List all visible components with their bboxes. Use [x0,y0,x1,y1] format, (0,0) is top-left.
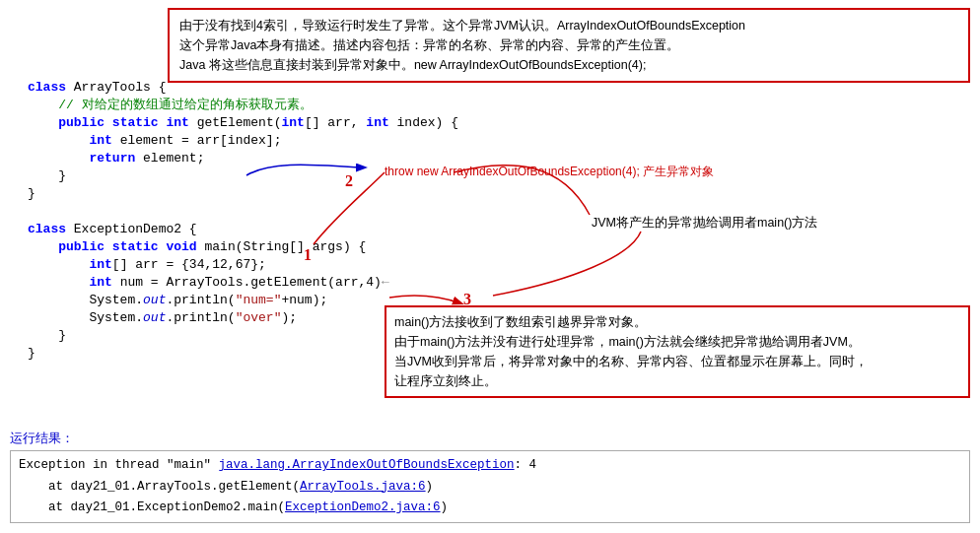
code-line-2: // 对给定的数组通过给定的角标获取元素。 [28,97,970,114]
output-line-2: at day21_01.ArrayTools.getElement(ArrayT… [19,477,961,498]
main-ann-line3: 当JVM收到异常后，将异常对象中的名称、异常内容、位置都显示在屏幕上。同时， [394,352,960,371]
output-exception-prefix: Exception in thread "main" [19,458,219,472]
code-line-8: class ExceptionDemo2 { [28,221,970,238]
main-ann-line2: 由于main()方法并没有进行处理异常，main()方法就会继续把异常抛给调用者… [394,332,960,352]
code-line-9: public static void main(String[] args) { [28,238,970,256]
output-at2-link[interactable]: ExceptionDemo2.java:6 [285,500,441,514]
top-annotation-box: 由于没有找到4索引，导致运行时发生了异常。这个异常JVM认识。ArrayInde… [168,8,970,83]
output-at2-suffix: ) [441,500,449,514]
top-annotation-line3: Java 将这些信息直接封装到异常对象中。new ArrayIndexOutOf… [179,55,958,75]
code-line-10: int[] arr = {34,12,67}; [28,256,970,274]
output-exception-link[interactable]: java.lang.ArrayIndexOutOfBoundsException [219,458,515,472]
code-line-blank [28,203,970,221]
output-at1-prefix: at day21_01.ArrayTools.getElement( [48,480,300,494]
output-at1-link[interactable]: ArrayTools.java:6 [300,480,426,494]
throw-annotation: throw new ArrayIndexOutOfBoundsException… [385,164,714,180]
output-label: 运行结果： [10,430,970,447]
output-line-3: at day21_01.ExceptionDemo2.main(Exceptio… [19,498,961,518]
main-ann-line4: 让程序立刻终止。 [394,371,960,391]
output-exception-suffix: : 4 [515,458,537,472]
output-box: Exception in thread "main" java.lang.Arr… [10,450,970,523]
top-annotation-line2: 这个异常Java本身有描述。描述内容包括：异常的名称、异常的内容、异常的产生位置… [179,35,958,55]
jvm-annotation: JVM将产生的异常抛给调用者main()方法 [592,215,817,232]
code-line-7: } [28,185,970,203]
main-annotation-box: main()方法接收到了数组索引越界异常对象。 由于main()方法并没有进行处… [385,305,970,398]
output-line-1: Exception in thread "main" java.lang.Arr… [19,455,961,476]
code-line-3: public static int getElement(int[] arr, … [28,114,970,132]
top-annotation-line1: 由于没有找到4索引，导致运行时发生了异常。这个异常JVM认识。ArrayInde… [179,16,958,35]
code-line-11: int num = ArrayTools.getElement(arr,4)← [28,274,970,292]
main-container: class ArrayTools { // 对给定的数组通过给定的角标获取元素。… [0,0,980,533]
output-at2-prefix: at day21_01.ExceptionDemo2.main( [48,500,285,514]
arrow-label-2: 2 [345,172,353,190]
arrow-label-1: 1 [304,246,312,264]
output-section: 运行结果： Exception in thread "main" java.la… [10,430,970,523]
main-ann-line1: main()方法接收到了数组索引越界异常对象。 [394,312,960,332]
arrow-label-3: 3 [463,291,471,308]
output-at1-suffix: ) [426,480,434,494]
code-line-4: int element = arr[index]; [28,132,970,150]
